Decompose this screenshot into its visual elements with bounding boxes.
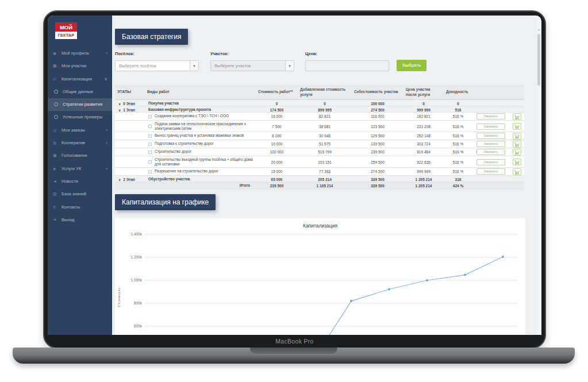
- app-logo[interactable]: МОЙ ГЕКТАР: [55, 22, 77, 39]
- cart-icon[interactable]: [513, 123, 521, 130]
- column-header: Себестоимость участка: [352, 88, 403, 95]
- plot-select[interactable]: Выберите участок ▾: [210, 60, 294, 71]
- exit-icon: ➜: [53, 214, 56, 226]
- collapse-chevron-icon[interactable]: ∨: [118, 102, 121, 106]
- scrollbar-thumb[interactable]: [537, 34, 540, 86]
- work-name: Создание кооператива с ТЭО \ ТСН \ ООО: [155, 114, 229, 118]
- checkbox[interactable]: [148, 160, 152, 164]
- value-cell: 1 105 214: [298, 184, 352, 188]
- sidebar-item-uk-services[interactable]: ◈Услуги УК‹: [48, 163, 112, 175]
- data-point-marker: [388, 288, 390, 291]
- data-point-marker: [502, 256, 504, 258]
- data-point-marker: [350, 300, 352, 302]
- order-button[interactable]: Заказать: [476, 168, 505, 175]
- cart-cell: [509, 113, 524, 120]
- value-cell: 516 %: [444, 142, 472, 146]
- y-tick-label: 1 400k: [130, 232, 142, 236]
- value-cell: 10 000: [256, 142, 298, 146]
- value-cell: 239 500: [352, 150, 403, 154]
- chevron-left-icon[interactable]: ‹: [106, 163, 107, 175]
- cart-icon[interactable]: [513, 159, 521, 165]
- y-tick-label: 1 200k: [130, 255, 142, 259]
- cart-icon[interactable]: [513, 113, 521, 120]
- value-cell: 516 %: [444, 150, 472, 154]
- work-row: Строительство въездной группы посёлка + …: [115, 156, 524, 168]
- order-button[interactable]: Заказать: [476, 113, 505, 119]
- checkbox[interactable]: [148, 115, 152, 118]
- sidebar-item-logout[interactable]: ➜Выход: [48, 214, 112, 226]
- value-cell: 7 500: [256, 125, 298, 129]
- select-button[interactable]: Выбрать: [397, 60, 426, 71]
- stage-label: 0 Этап: [122, 102, 135, 106]
- sidebar-item-my-orders[interactable]: ◎Мои заказы‹: [48, 124, 112, 137]
- checkbox[interactable]: [148, 170, 152, 173]
- checkbox[interactable]: [148, 125, 152, 128]
- chevron-down-icon[interactable]: ▾: [285, 61, 294, 71]
- sidebar-item-success-examples[interactable]: Успешные примеры: [48, 111, 112, 124]
- value-cell: 15 000: [256, 169, 298, 173]
- value-cell: 139 500: [352, 142, 403, 146]
- order-button[interactable]: Заказать: [476, 141, 505, 147]
- value-cell: 274 500: [352, 108, 403, 112]
- stage-row[interactable]: ∨ 0 ЭтапПокупка участка00100 00000: [115, 100, 524, 106]
- price-input[interactable]: [305, 60, 389, 71]
- sidebar-item-label: Успешные примеры: [63, 114, 102, 119]
- sidebar-item-capitalization[interactable]: ☑Капитализация∨: [48, 73, 112, 86]
- collapse-chevron-icon[interactable]: ∨: [118, 109, 121, 112]
- village-select[interactable]: Выберите посёлок ▾: [115, 60, 199, 71]
- value-cell: 424 %: [444, 184, 472, 188]
- cart-cell: [509, 133, 524, 140]
- app-screen: МОЙ ГЕКТАР ◉Мой профиль‹▦Мои участки☑Кап…: [48, 16, 541, 335]
- checkbox[interactable]: [148, 142, 152, 146]
- chevron-left-icon[interactable]: ‹: [106, 47, 107, 60]
- laptop-base: [13, 348, 575, 364]
- sidebar-item-contacts[interactable]: ✆Контакты: [48, 201, 112, 214]
- order-button[interactable]: Заказать: [476, 124, 505, 130]
- sidebar-item-dev-strategies[interactable]: Стратегии развития: [48, 98, 112, 111]
- value-cell: 123 500: [352, 125, 403, 129]
- sidebar-item-knowledge-base[interactable]: ▥База знаний: [48, 188, 112, 200]
- work-name-cell: Разрешение на строительство дорог: [145, 168, 256, 175]
- chart-title: Капитализация: [115, 218, 525, 229]
- work-name-cell: Строительство въездной группы посёлка + …: [145, 156, 256, 168]
- chevron-down-icon[interactable]: ▾: [190, 61, 198, 71]
- sidebar-item-my-profile[interactable]: ◉Мой профиль‹: [48, 47, 112, 60]
- contacts-icon: ✆: [53, 201, 56, 214]
- column-header: ЭТАПЫ: [115, 88, 145, 95]
- radio-icon: [54, 115, 58, 119]
- checkbox[interactable]: [148, 134, 152, 138]
- laptop-lid-notch: [250, 348, 337, 355]
- chevron-left-icon[interactable]: ‹: [106, 124, 107, 137]
- value-cell: 316: [444, 178, 472, 182]
- scrollbar[interactable]: ▲: [537, 16, 541, 335]
- order-button[interactable]: Заказать: [476, 159, 505, 165]
- stage-row[interactable]: ∨ 2 ЭтапОбустройство участка65 000205 21…: [115, 176, 524, 182]
- work-name: Обустройство участка: [148, 177, 190, 182]
- sidebar-item-my-plots[interactable]: ▦Мои участки: [48, 60, 112, 72]
- sidebar-item-votings[interactable]: ▣Голосования: [48, 149, 112, 162]
- value-cell: 259 500: [352, 160, 403, 164]
- cart-icon[interactable]: [513, 149, 521, 156]
- order-button[interactable]: Заказать: [476, 149, 505, 155]
- collapse-chevron-icon[interactable]: ∨: [118, 178, 121, 182]
- chevron-left-icon[interactable]: ‹: [106, 137, 107, 149]
- sidebar-item-general-data[interactable]: Общие данные: [48, 86, 112, 98]
- value-cell: 516 %: [444, 169, 472, 173]
- village-label: Посёлок:: [115, 51, 134, 56]
- value-cell: 339 500: [352, 184, 403, 188]
- sidebar-item-cooperative[interactable]: ◍Кооператив‹: [48, 137, 112, 149]
- work-row: Вынос границ участка и установка межевых…: [115, 132, 524, 140]
- cart-icon[interactable]: [513, 168, 521, 175]
- work-name-cell: Создание кооператива с ТЭО \ ТСН \ ООО: [145, 113, 256, 119]
- value-cell: 221 208: [403, 125, 444, 129]
- checkbox[interactable]: [148, 151, 152, 154]
- logo-line1: МОЙ: [55, 22, 77, 32]
- value-cell: 82 821: [298, 114, 352, 118]
- order-button[interactable]: Заказать: [476, 133, 505, 139]
- cart-icon[interactable]: [513, 141, 521, 148]
- scroll-up-icon[interactable]: ▲: [537, 28, 541, 31]
- stage-row[interactable]: ∨ 1 ЭтапБазовая инфраструктура проекта17…: [115, 106, 524, 113]
- sidebar-item-news[interactable]: ◄Новости: [48, 175, 112, 188]
- cart-icon[interactable]: [513, 133, 521, 140]
- chevron-down-icon[interactable]: ∨: [104, 73, 107, 86]
